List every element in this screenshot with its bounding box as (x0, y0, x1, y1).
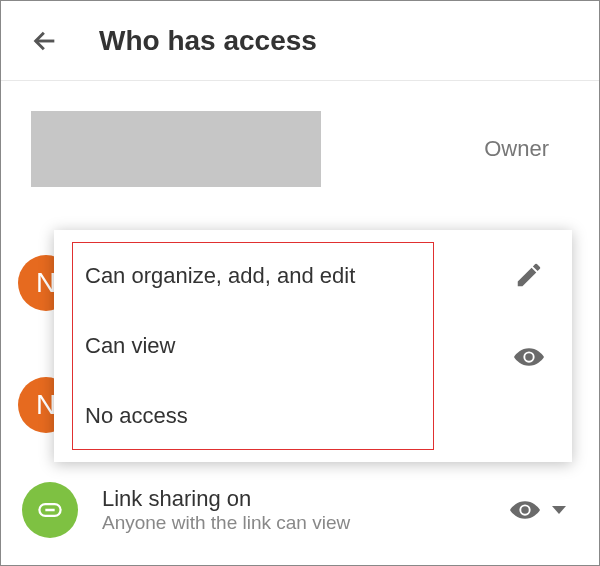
owner-name-placeholder (31, 111, 321, 187)
eye-icon (510, 495, 540, 525)
link-sharing-subtitle: Anyone with the link can view (102, 512, 486, 534)
permission-popup: Can organize, add, and edit Can view No … (54, 230, 572, 462)
permission-icons (514, 260, 544, 372)
pencil-icon (514, 260, 544, 290)
content: Owner (1, 81, 599, 217)
link-sharing-row[interactable]: Link sharing on Anyone with the link can… (22, 482, 574, 538)
header: Who has access (1, 1, 599, 81)
eye-icon (514, 342, 544, 372)
link-icon (22, 482, 78, 538)
owner-row: Owner (31, 111, 569, 217)
owner-role-label: Owner (484, 136, 549, 162)
link-sharing-actions[interactable] (510, 495, 566, 525)
page-title: Who has access (99, 25, 317, 57)
link-sharing-text: Link sharing on Anyone with the link can… (102, 486, 486, 534)
back-arrow-icon[interactable] (31, 27, 59, 55)
link-sharing-title: Link sharing on (102, 486, 486, 512)
option-no-access[interactable]: No access (73, 383, 433, 449)
caret-down-icon (552, 506, 566, 514)
option-can-edit[interactable]: Can organize, add, and edit (73, 243, 433, 309)
option-can-view[interactable]: Can view (73, 313, 433, 379)
permission-options: Can organize, add, and edit Can view No … (72, 242, 434, 450)
